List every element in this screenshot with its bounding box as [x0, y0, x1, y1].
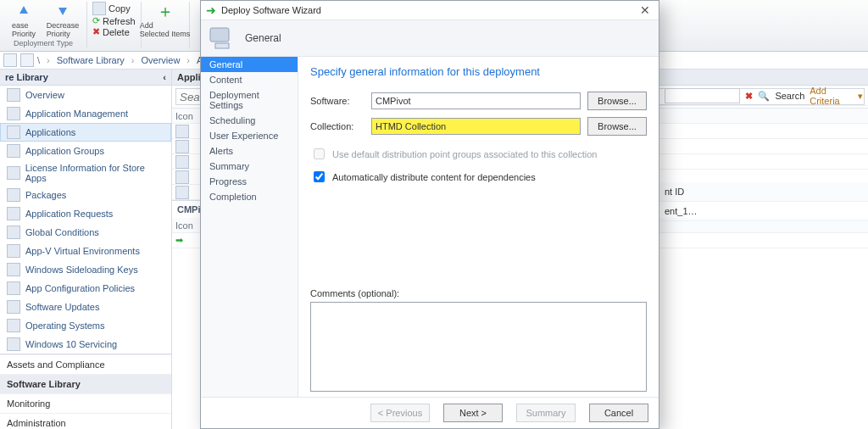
crumb-item[interactable]: Overview	[142, 55, 181, 65]
wizard-title-text: Deploy Software Wizard	[221, 5, 321, 15]
wizard-step[interactable]: Summary	[201, 159, 298, 174]
right-panel: ✖ 🔍 Search Add Criteria▾ nt ID ent_1…	[659, 66, 868, 422]
wunderbar-item[interactable]: Assets and Compliance	[0, 354, 171, 374]
folder-icon	[7, 337, 20, 351]
nav-item[interactable]: Overview	[0, 86, 171, 104]
col-id: nt ID	[665, 187, 684, 197]
navigation-tree: re Library‹ OverviewApplication Manageme…	[0, 70, 172, 429]
cancel-button[interactable]: Cancel	[589, 404, 648, 422]
nav-item[interactable]: Applications	[0, 123, 171, 142]
auto-distribute-checkbox[interactable]	[314, 171, 325, 182]
add-selected-button[interactable]: ＋ Add Selected Items	[147, 2, 184, 38]
wizard-step[interactable]: Scheduling	[201, 113, 298, 128]
software-label: Software:	[310, 96, 371, 106]
deploy-software-wizard: ➜ Deploy Software Wizard ✕ General Gener…	[200, 0, 659, 429]
copy-icon	[92, 2, 106, 15]
nav-item[interactable]: Application Management	[0, 104, 171, 123]
next-button[interactable]: Next >	[443, 404, 503, 422]
refresh-button[interactable]: ⟳Refresh	[92, 15, 136, 26]
nav-item[interactable]: Software Updates	[0, 298, 171, 316]
wunderbar-item[interactable]: Administration	[0, 413, 171, 429]
folder-icon	[7, 244, 20, 258]
nav-item[interactable]: Windows Sideloading Keys	[0, 260, 171, 279]
summary-button: Summary	[516, 404, 576, 422]
decrease-priority-button[interactable]: Decrease Priority	[44, 2, 81, 38]
browse-collection-button[interactable]: Browse...	[587, 117, 647, 136]
wizard-step[interactable]: User Experience	[201, 128, 298, 143]
folder-icon	[7, 88, 20, 102]
svg-rect-3	[215, 43, 229, 48]
wizard-banner: General	[201, 20, 659, 57]
computer-icon	[208, 24, 236, 53]
svg-rect-2	[210, 28, 229, 42]
nav-item[interactable]: Packages	[0, 186, 171, 204]
wizard-steps: GeneralContentDeployment SettingsSchedul…	[201, 57, 298, 397]
ribbon-group-add: ＋ Add Selected Items	[142, 2, 190, 47]
nav-item[interactable]: Operating Systems	[0, 316, 171, 335]
banner-label: General	[245, 32, 281, 44]
ribbon-group-deployment-type: ease Priority Decrease Priority Deployme…	[0, 2, 87, 47]
default-dp-checkbox-row: Use default distribution point groups as…	[310, 146, 647, 162]
app-icon	[175, 125, 189, 138]
arrow-icon: ➡	[175, 235, 183, 245]
delete-icon: ✖	[92, 26, 100, 37]
label: ease Priority	[12, 21, 36, 38]
search-box[interactable]	[665, 88, 740, 103]
crumb-item[interactable]: Software Library	[57, 55, 125, 65]
wunderbar-item[interactable]: Software Library	[0, 374, 171, 393]
nav-item[interactable]: App Configuration Policies	[0, 279, 171, 298]
nav-item[interactable]: Application Groups	[0, 142, 171, 160]
nav-item[interactable]: App-V Virtual Environments	[0, 242, 171, 260]
software-field[interactable]: CMPivot	[371, 92, 581, 109]
app-icon	[175, 186, 189, 199]
wizard-page-general: Specify general information for this dep…	[298, 57, 659, 397]
search-icon[interactable]: 🔍	[758, 91, 770, 102]
back-icon[interactable]	[3, 53, 17, 67]
forward-icon[interactable]	[20, 53, 34, 67]
clear-icon[interactable]: ✖	[745, 91, 753, 102]
increase-priority-button[interactable]: ease Priority	[5, 2, 42, 38]
wizard-icon: ➜	[206, 3, 216, 17]
page-title: Specify general information for this dep…	[310, 65, 647, 78]
wizard-step[interactable]: Deployment Settings	[201, 87, 298, 113]
nav-item[interactable]: Global Conditions	[0, 223, 171, 242]
folder-icon	[7, 125, 20, 139]
folder-icon	[7, 226, 20, 239]
search-label: Search	[775, 91, 804, 101]
nav-item[interactable]: License Information for Store Apps	[0, 160, 171, 186]
folder-icon	[7, 319, 20, 332]
collection-label: Collection:	[310, 121, 371, 131]
wizard-step[interactable]: Content	[201, 72, 298, 87]
copy-button[interactable]: Copy	[92, 2, 136, 15]
folder-icon	[7, 207, 20, 220]
default-dp-checkbox	[314, 148, 325, 159]
wizard-step[interactable]: Progress	[201, 174, 298, 189]
ribbon-group-label: Deployment Type	[14, 39, 73, 47]
delete-button[interactable]: ✖Delete	[92, 26, 136, 37]
label: Decrease Priority	[47, 21, 80, 38]
folder-icon	[7, 188, 20, 202]
nav-item[interactable]: Windows 10 Servicing	[0, 335, 171, 354]
app-icon	[175, 140, 189, 153]
app-icon	[175, 155, 189, 169]
comments-textarea[interactable]	[310, 302, 647, 392]
folder-icon	[7, 107, 20, 120]
wizard-step[interactable]: Completion	[201, 189, 298, 204]
comments-label: Comments (optional):	[310, 288, 647, 298]
wunderbar-item[interactable]: Monitoring	[0, 393, 171, 413]
close-button[interactable]: ✕	[637, 3, 654, 17]
nav-item[interactable]: Application Requests	[0, 204, 171, 223]
add-criteria-link[interactable]: Add Criteria	[810, 86, 853, 106]
wizard-step[interactable]: Alerts	[201, 143, 298, 159]
wizard-footer: < Previous Next > Summary Cancel	[201, 397, 659, 428]
svg-marker-1	[58, 8, 67, 15]
collection-field[interactable]: HTMD Collection	[371, 118, 581, 135]
folder-icon	[7, 166, 20, 180]
svg-marker-0	[19, 6, 28, 14]
auto-distribute-checkbox-row[interactable]: Automatically distribute content for dep…	[310, 169, 647, 185]
label: Add Selected Items	[140, 21, 191, 38]
row-id: ent_1…	[665, 206, 698, 216]
chevron-down-icon[interactable]: ‹	[163, 72, 166, 82]
wunderbar: Assets and ComplianceSoftware LibraryMon…	[0, 354, 171, 429]
browse-software-button[interactable]: Browse...	[587, 92, 647, 110]
